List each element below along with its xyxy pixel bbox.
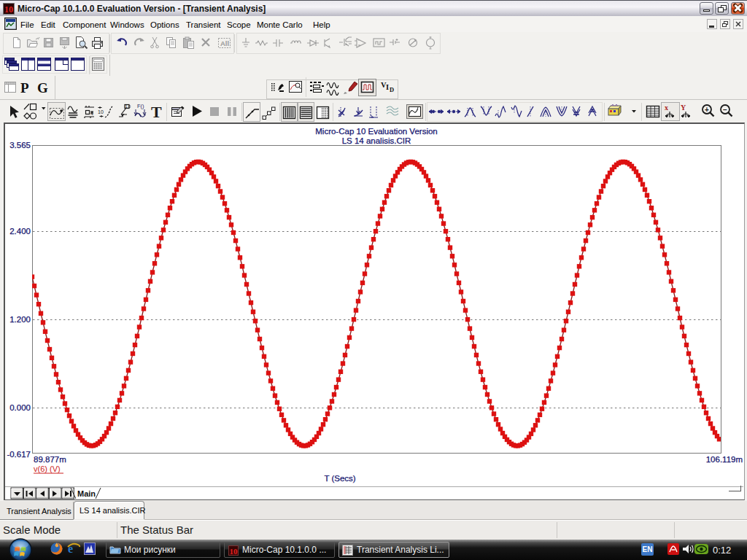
svg-text:2.400: 2.400 bbox=[9, 227, 31, 236]
svg-text:Y: Y bbox=[681, 104, 686, 112]
svg-text:G: G bbox=[37, 80, 48, 96]
svg-text:106.119m: 106.119m bbox=[706, 455, 743, 464]
svg-text:Main: Main bbox=[77, 489, 96, 498]
svg-text:Micro-Cap 10 Evaluation Versio: Micro-Cap 10 Evaluation Version bbox=[315, 127, 437, 136]
svg-text:-0.617: -0.617 bbox=[7, 450, 31, 459]
svg-text:3.565: 3.565 bbox=[9, 141, 31, 149]
svg-text:−: − bbox=[723, 106, 727, 114]
svg-text:1.200: 1.200 bbox=[9, 315, 31, 324]
svg-text:F(): F() bbox=[137, 103, 144, 109]
svg-text:1.0: 1.0 bbox=[125, 104, 131, 109]
svg-text:4: 4 bbox=[90, 111, 93, 116]
svg-text:D: D bbox=[390, 86, 394, 93]
svg-text:T (Secs): T (Secs) bbox=[324, 474, 355, 483]
svg-text:T: T bbox=[151, 103, 162, 121]
svg-text:10: 10 bbox=[98, 109, 104, 114]
svg-text:v(6) (V): v(6) (V) bbox=[34, 464, 61, 473]
svg-text:I: I bbox=[386, 83, 389, 91]
svg-text:+: + bbox=[705, 106, 709, 114]
svg-text:P: P bbox=[20, 80, 29, 96]
svg-text:x: x bbox=[665, 104, 668, 112]
svg-text:89.877m: 89.877m bbox=[34, 455, 66, 464]
svg-text:All: All bbox=[220, 39, 229, 47]
svg-text:0.000: 0.000 bbox=[9, 403, 31, 412]
svg-text:LS 14 analisis.CIR: LS 14 analisis.CIR bbox=[342, 136, 411, 145]
